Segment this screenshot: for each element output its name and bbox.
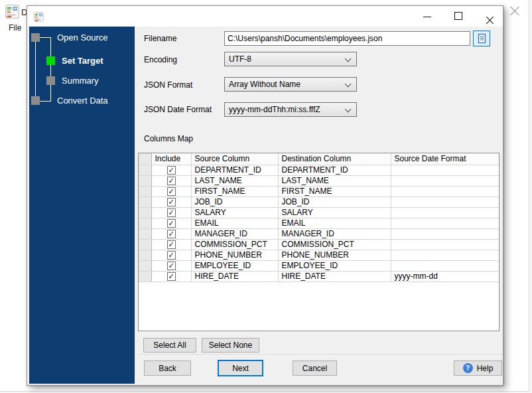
include-checkbox[interactable]: ✓ [167, 219, 176, 228]
wizard-sidebar: Open Source Set Target Summary Convert D… [29, 27, 135, 384]
source-column-cell[interactable]: SALARY [191, 207, 278, 218]
columns-map-grid[interactable]: IncludeSource ColumnDestination ColumnSo… [138, 153, 499, 331]
row-header-cell[interactable] [139, 207, 151, 218]
row-header-cell[interactable] [139, 271, 151, 281]
include-checkbox[interactable]: ✓ [167, 240, 176, 249]
row-header-cell[interactable] [139, 175, 151, 186]
destination-column-cell[interactable]: JOB_ID [278, 196, 391, 207]
destination-column-cell[interactable]: PHONE_NUMBER [278, 250, 391, 260]
json-date-format-value: yyyy-mm-ddThh:mi:ss.fffZ [229, 105, 320, 114]
include-checkbox[interactable]: ✓ [167, 187, 176, 196]
include-checkbox[interactable]: ✓ [167, 272, 176, 281]
source-date-format-cell[interactable] [391, 175, 499, 186]
filename-label: Filename [144, 34, 176, 43]
close-button[interactable] [480, 9, 499, 24]
menu-file[interactable]: File [5, 22, 25, 34]
source-column-cell[interactable]: JOB_ID [191, 196, 278, 207]
source-date-format-cell[interactable] [391, 250, 499, 260]
source-column-cell[interactable]: LAST_NAME [191, 175, 278, 186]
source-column-cell[interactable]: HIRE_DATE [191, 271, 278, 281]
back-button[interactable]: Back [144, 360, 191, 376]
source-date-format-cell[interactable] [391, 186, 499, 196]
include-checkbox[interactable]: ✓ [167, 230, 176, 238]
include-checkbox[interactable]: ✓ [167, 251, 176, 260]
help-button-label: Help [477, 364, 494, 373]
maximize-button[interactable] [448, 9, 468, 24]
include-cell: ✓ [151, 239, 191, 250]
destination-column-cell[interactable]: EMPLOYEE_ID [278, 260, 391, 271]
destination-column-cell[interactable]: HIRE_DATE [278, 271, 391, 281]
parent-close-icon[interactable] [509, 6, 520, 17]
include-checkbox[interactable]: ✓ [167, 166, 176, 175]
source-column-cell[interactable]: PHONE_NUMBER [191, 250, 278, 260]
table-row: ✓FIRST_NAMEFIRST_NAME [139, 186, 499, 196]
destination-column-cell[interactable]: EMAIL [278, 218, 391, 228]
encoding-dropdown[interactable]: UTF-8 [224, 52, 357, 66]
include-checkbox[interactable]: ✓ [167, 208, 176, 217]
include-cell: ✓ [151, 207, 191, 218]
step-marker-open-source [31, 33, 40, 42]
source-date-format-cell[interactable] [391, 228, 499, 239]
column-header-source-date-format[interactable]: Source Date Format [391, 153, 499, 165]
include-cell: ✓ [151, 250, 191, 260]
encoding-label: Encoding [144, 55, 177, 64]
source-date-format-cell[interactable] [391, 260, 499, 271]
json-format-dropdown[interactable]: Array Without Name [224, 77, 357, 92]
cancel-button[interactable]: Cancel [293, 360, 337, 376]
row-header-cell[interactable] [139, 196, 151, 207]
chevron-down-icon [345, 106, 352, 113]
maximize-icon [454, 12, 462, 20]
json-format-label: JSON Format [144, 80, 192, 90]
row-header-cell[interactable] [139, 228, 151, 239]
row-header-cell[interactable] [139, 218, 151, 228]
source-date-format-cell[interactable] [391, 165, 499, 175]
source-date-format-cell[interactable] [391, 207, 499, 218]
json-date-format-dropdown[interactable]: yyyy-mm-ddThh:mi:ss.fffZ [224, 102, 357, 117]
destination-column-cell[interactable]: FIRST_NAME [278, 186, 391, 196]
browse-button[interactable] [473, 31, 490, 46]
minimize-button[interactable] [417, 9, 437, 24]
step-marker-summary [46, 76, 55, 85]
source-date-format-cell[interactable] [391, 196, 499, 207]
help-button[interactable]: ? Help [454, 360, 502, 376]
source-date-format-cell[interactable]: yyyy-mm-dd [391, 271, 499, 281]
table-row: ✓MANAGER_IDMANAGER_ID [139, 228, 499, 239]
include-cell: ✓ [151, 228, 191, 239]
source-column-cell[interactable]: COMMISSION_PCT [191, 239, 278, 250]
destination-column-cell[interactable]: MANAGER_ID [278, 228, 391, 239]
row-header-cell[interactable] [139, 260, 151, 271]
wizard-connector-line [40, 37, 51, 38]
table-row: ✓EMAILEMAIL [139, 218, 499, 228]
destination-column-cell[interactable]: COMMISSION_PCT [278, 239, 391, 250]
column-header-source-column[interactable]: Source Column [191, 153, 278, 165]
source-column-cell[interactable]: MANAGER_ID [191, 228, 278, 239]
source-column-cell[interactable]: EMPLOYEE_ID [191, 260, 278, 271]
source-column-cell[interactable]: EMAIL [191, 218, 278, 228]
select-none-button[interactable]: Select None [202, 338, 259, 353]
json-format-value: Array Without Name [229, 80, 300, 89]
row-header-cell[interactable] [139, 186, 151, 196]
row-header-cell[interactable] [139, 250, 151, 260]
help-icon: ? [463, 363, 473, 373]
include-cell: ✓ [151, 196, 191, 207]
source-column-cell[interactable]: DEPARTMENT_ID [191, 165, 278, 175]
include-checkbox[interactable]: ✓ [167, 198, 176, 206]
source-column-cell[interactable]: FIRST_NAME [191, 186, 278, 196]
source-date-format-cell[interactable] [391, 239, 499, 250]
next-button[interactable]: Next [218, 360, 263, 376]
column-header-destination-column[interactable]: Destination Column [278, 153, 391, 165]
column-header-include[interactable]: Include [151, 153, 191, 165]
destination-column-cell[interactable]: LAST_NAME [278, 175, 391, 186]
row-header-cell[interactable] [139, 239, 151, 250]
destination-column-cell[interactable]: DEPARTMENT_ID [278, 165, 391, 175]
filename-input[interactable] [224, 31, 470, 46]
select-all-button[interactable]: Select All [143, 338, 196, 353]
include-checkbox[interactable]: ✓ [167, 177, 176, 185]
source-date-format-cell[interactable] [391, 218, 499, 228]
destination-column-cell[interactable]: SALARY [278, 207, 391, 218]
browse-file-icon [478, 33, 486, 44]
grid-corner-cell[interactable] [139, 153, 151, 165]
row-header-cell[interactable] [139, 165, 151, 175]
include-checkbox[interactable]: ✓ [167, 262, 176, 270]
json-date-format-label: JSON Date Format [144, 105, 212, 114]
